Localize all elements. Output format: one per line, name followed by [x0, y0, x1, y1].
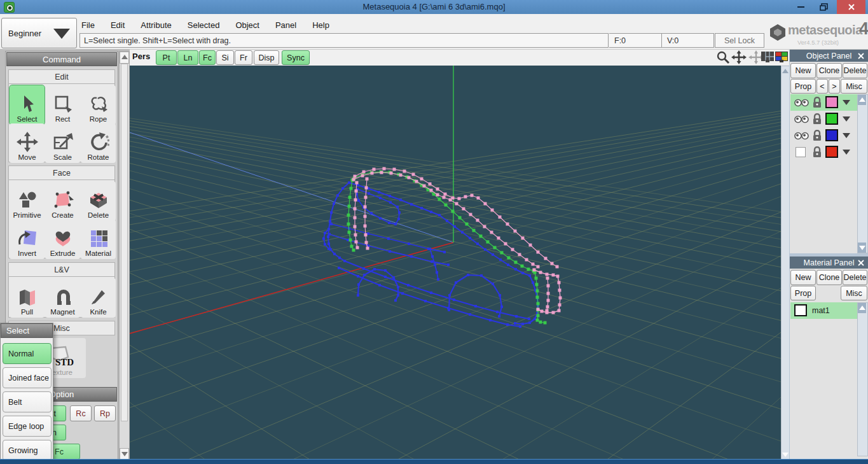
titlebar: Metasequoia 4 [G:\ami 6 3d\ami6.mqo]	[0, 0, 868, 14]
object-row-1[interactable]	[790, 94, 857, 111]
create-face-icon	[52, 190, 74, 210]
scale-button[interactable]: Scale	[45, 123, 80, 163]
object-next-button[interactable]: >	[829, 79, 840, 94]
extrude-icon	[52, 228, 74, 248]
object-color-swatch[interactable]	[825, 96, 838, 108]
toggle-disp[interactable]: Disp	[254, 50, 279, 65]
lock-icon[interactable]	[812, 113, 822, 124]
viewport-layout-icon[interactable]	[761, 52, 774, 62]
rope-button[interactable]: Rope	[81, 85, 116, 125]
menu-edit[interactable]: Edit	[111, 20, 125, 30]
object-expand-icon[interactable]	[843, 150, 850, 155]
toggle-lines[interactable]: Ln	[177, 50, 198, 65]
magnet-button[interactable]: Magnet	[45, 278, 80, 318]
command-scrollbar[interactable]	[119, 51, 130, 461]
knife-button[interactable]: Knife	[81, 278, 116, 318]
viewport-3d[interactable]	[129, 66, 781, 460]
select-mode-joined-face[interactable]: Joined face	[3, 367, 52, 388]
material-misc-button[interactable]: Misc	[841, 286, 867, 300]
brand-name: metasequoia	[788, 23, 862, 38]
visibility-checkbox[interactable]	[796, 147, 806, 157]
window-title: Metasequoia 4 [G:\ami 6 3d\ami6.mqo]	[0, 0, 868, 14]
object-color-swatch[interactable]	[825, 113, 838, 125]
material-button[interactable]: Material	[81, 220, 116, 259]
object-delete-button[interactable]: Delete	[843, 63, 867, 78]
magnet-icon	[53, 286, 73, 307]
toggle-sync[interactable]: Sync	[282, 50, 310, 65]
material-list-scrollbar[interactable]	[857, 302, 868, 456]
object-panel-close-icon[interactable]	[858, 53, 864, 59]
object-row-2[interactable]	[790, 111, 857, 127]
material-delete-button[interactable]: Delete	[843, 270, 867, 285]
material-prop-button[interactable]: Prop	[790, 286, 816, 300]
material-new-button[interactable]: New	[790, 270, 816, 285]
extrude-button[interactable]: Extrude	[45, 220, 80, 259]
brand-hexagon-icon	[768, 23, 787, 42]
close-button[interactable]	[837, 0, 865, 14]
lock-icon[interactable]	[812, 146, 822, 157]
menu-help[interactable]: Help	[312, 20, 329, 30]
material-color-swatch[interactable]	[794, 304, 807, 316]
visibility-eyes-icon[interactable]	[794, 131, 809, 141]
lock-icon[interactable]	[812, 97, 822, 108]
material-row-1[interactable]: mat1	[790, 302, 857, 319]
select-button[interactable]: Select	[10, 85, 45, 125]
face-section-header: Face	[8, 165, 115, 180]
select-mode-edge-loop[interactable]: Edge loop	[3, 416, 52, 437]
zoom-icon[interactable]	[716, 50, 730, 64]
option-rc-button[interactable]: Rc	[70, 405, 92, 421]
brand-logo: metasequoia 4 Ver4.5.7 (32bit)	[767, 19, 867, 48]
move-icon	[17, 132, 38, 152]
sel-lock-button[interactable]: Sel Lock	[715, 33, 764, 48]
create-face-button[interactable]: Create	[45, 181, 80, 221]
object-misc-button[interactable]: Misc	[841, 79, 867, 94]
object-prev-button[interactable]: <	[816, 79, 828, 94]
object-clone-button[interactable]: Clone	[816, 63, 842, 78]
option-rp-button[interactable]: Rp	[94, 405, 116, 421]
restore-button[interactable]	[815, 0, 832, 14]
select-mode-belt[interactable]: Belt	[3, 391, 52, 412]
pull-button[interactable]: Pull	[10, 278, 45, 318]
material-clone-button[interactable]: Clone	[816, 270, 842, 285]
material-panel-close-icon[interactable]	[858, 260, 864, 266]
visibility-eyes-icon[interactable]	[794, 98, 809, 108]
toggle-si[interactable]: Si	[216, 50, 234, 65]
delete-face-button[interactable]: Delete	[81, 181, 116, 221]
object-row-4[interactable]	[790, 144, 857, 160]
menu-file[interactable]: File	[81, 20, 95, 30]
object-new-button[interactable]: New	[790, 63, 816, 78]
rect-button[interactable]: Rect	[45, 85, 80, 125]
object-expand-icon[interactable]	[843, 116, 850, 122]
status-hint: L=Select single. Shift+L=Select with dra…	[79, 33, 609, 48]
menu-object[interactable]: Object	[235, 20, 259, 30]
object-prop-button[interactable]: Prop	[790, 79, 816, 94]
rotate-button[interactable]: Rotate	[81, 123, 116, 163]
toggle-points[interactable]: Pt	[156, 50, 177, 65]
view-mode-label[interactable]: Pers	[132, 52, 150, 61]
object-color-swatch[interactable]	[825, 146, 838, 158]
object-row-3[interactable]	[790, 127, 857, 144]
invert-icon	[17, 228, 38, 248]
select-mode-normal[interactable]: Normal	[3, 343, 52, 364]
invert-button[interactable]: Invert	[10, 220, 45, 259]
move-button[interactable]: Move	[10, 123, 45, 163]
vertex-count: V:0	[662, 33, 714, 48]
lock-icon[interactable]	[812, 130, 822, 141]
object-expand-icon[interactable]	[843, 133, 850, 138]
object-list-scrollbar[interactable]	[857, 94, 868, 253]
primitive-button[interactable]: Primitive	[10, 181, 45, 221]
menu-panel[interactable]: Panel	[275, 20, 296, 30]
object-expand-icon[interactable]	[843, 100, 850, 105]
viewport-colors-icon[interactable]	[775, 52, 788, 62]
toggle-faces[interactable]: Fc	[199, 50, 216, 65]
visibility-eyes-icon[interactable]	[794, 115, 809, 124]
pan-icon[interactable]	[731, 50, 747, 64]
mode-dropdown[interactable]: Beginner	[1, 18, 77, 48]
select-mode-growing[interactable]: Growing	[3, 440, 52, 461]
menu-selected[interactable]: Selected	[188, 20, 220, 30]
object-color-swatch[interactable]	[825, 129, 838, 141]
menu-attribute[interactable]: Attribute	[141, 20, 171, 30]
minimize-button[interactable]	[792, 0, 809, 14]
toggle-fr[interactable]: Fr	[235, 50, 252, 65]
version-label: Ver4.5.7 (32bit)	[797, 39, 839, 46]
